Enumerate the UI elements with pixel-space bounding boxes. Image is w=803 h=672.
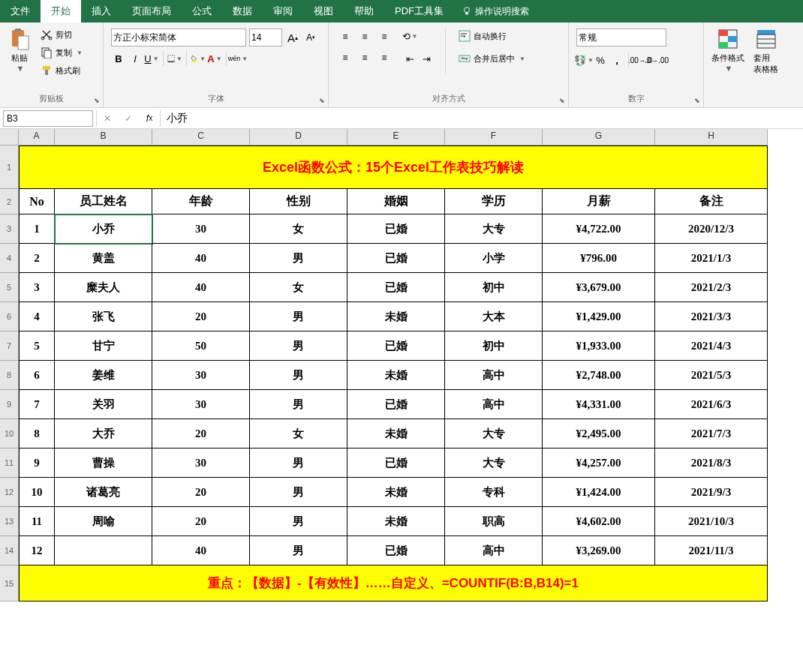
data-cell[interactable]: 专科 [445,478,543,507]
font-name-select[interactable] [111,28,246,46]
wrap-text-button[interactable]: 自动换行 [457,28,527,44]
tab-file[interactable]: 文件 [0,0,41,22]
data-cell[interactable]: 已婚 [347,448,445,478]
border-button[interactable]: ▼ [167,51,182,66]
data-cell[interactable]: 2021/8/3 [655,448,768,478]
data-cell[interactable]: ¥4,331.00 [543,390,655,419]
data-cell[interactable]: 男 [250,302,347,332]
number-dialog-launcher[interactable]: ⬊ [694,97,700,104]
data-cell[interactable]: 20 [152,478,250,507]
data-cell[interactable]: 曹操 [55,448,152,478]
tab-home[interactable]: 开始 [41,0,81,22]
col-header[interactable]: F [445,129,543,146]
underline-button[interactable]: U▼ [144,51,159,66]
data-cell[interactable]: 大专 [445,214,543,244]
data-cell[interactable]: 黄盖 [55,244,152,273]
data-cell[interactable]: 高中 [445,536,543,566]
data-cell[interactable]: 6 [19,361,55,390]
row-header[interactable]: 7 [0,332,19,361]
data-cell[interactable]: 大乔 [55,419,152,448]
data-cell[interactable]: 未婚 [347,361,445,390]
data-cell[interactable]: 4 [19,302,55,332]
data-cell[interactable]: 未婚 [347,302,445,332]
row-header[interactable]: 14 [0,536,19,566]
tell-me-search[interactable]: 操作说明搜索 [454,0,537,22]
data-cell[interactable]: 7 [19,390,55,419]
col-header[interactable]: D [250,129,347,146]
col-header[interactable]: E [347,129,445,146]
table-header-cell[interactable]: 性别 [250,189,347,214]
data-cell[interactable]: 8 [19,419,55,448]
data-cell[interactable]: 20 [152,419,250,448]
data-cell[interactable]: 20 [152,507,250,536]
data-cell[interactable]: 2021/5/3 [655,361,768,390]
data-cell[interactable]: 已婚 [347,273,445,302]
data-cell[interactable]: ¥1,933.00 [543,332,655,361]
bold-button[interactable]: B [111,51,126,66]
data-cell[interactable]: 甘宁 [55,332,152,361]
data-cell[interactable]: 2021/9/3 [655,478,768,507]
table-header-cell[interactable]: No [19,189,55,214]
row-header[interactable]: 10 [0,419,19,448]
increase-font-button[interactable]: A▴ [285,30,300,45]
tab-review[interactable]: 审阅 [263,0,303,22]
clipboard-dialog-launcher[interactable]: ⬊ [94,97,100,104]
col-header[interactable]: B [55,129,152,146]
font-dialog-launcher[interactable]: ⬊ [319,97,325,104]
data-cell[interactable]: 关羽 [55,390,152,419]
data-cell[interactable]: ¥3,679.00 [543,273,655,302]
copy-button[interactable]: 复制▼ [39,45,84,60]
col-header[interactable]: H [655,129,768,146]
formula-input[interactable] [161,111,803,126]
data-cell[interactable]: 40 [152,273,250,302]
tab-data[interactable]: 数据 [222,0,263,22]
fill-color-button[interactable]: ▼ [191,51,206,66]
table-header-cell[interactable]: 婚姻 [347,189,445,214]
tab-layout[interactable]: 页面布局 [122,0,182,22]
data-cell[interactable]: ¥4,602.00 [543,507,655,536]
table-header-cell[interactable]: 学历 [445,189,543,214]
align-top-button[interactable]: ≡ [336,28,354,45]
data-cell[interactable]: 高中 [445,390,543,419]
align-left-button[interactable]: ≡ [336,50,354,66]
data-cell[interactable]: 未婚 [347,419,445,448]
data-cell[interactable]: 3 [19,273,55,302]
align-dialog-launcher[interactable]: ⬊ [559,97,565,104]
data-cell[interactable]: 5 [19,332,55,361]
table-header-cell[interactable]: 年龄 [152,189,250,214]
data-cell[interactable]: 大专 [445,419,543,448]
increase-indent-button[interactable]: ⇥ [419,51,434,66]
data-cell[interactable]: 大专 [445,448,543,478]
comma-button[interactable]: , [609,52,624,68]
data-cell[interactable]: 未婚 [347,478,445,507]
decrease-font-button[interactable]: A▾ [303,30,318,45]
data-cell[interactable]: 10 [19,478,55,507]
data-cell[interactable]: 未婚 [347,507,445,536]
data-cell[interactable]: 2021/7/3 [655,419,768,448]
row-header[interactable]: 11 [0,448,19,478]
data-cell[interactable]: 50 [152,332,250,361]
data-cell[interactable]: 男 [250,536,347,566]
data-cell[interactable]: 2021/11/3 [655,536,768,566]
data-cell[interactable]: ¥2,748.00 [543,361,655,390]
align-middle-button[interactable]: ≡ [356,28,374,45]
font-size-select[interactable] [249,28,282,46]
data-cell[interactable]: 大本 [445,302,543,332]
data-cell[interactable]: 张飞 [55,302,152,332]
data-cell[interactable]: 1 [19,214,55,244]
data-cell[interactable]: 2 [19,244,55,273]
data-cell[interactable]: 诸葛亮 [55,478,152,507]
data-cell[interactable]: 男 [250,507,347,536]
decrease-indent-button[interactable]: ⇤ [402,51,417,66]
row-header[interactable]: 9 [0,390,19,419]
tab-pdf[interactable]: PDF工具集 [384,0,454,22]
data-cell[interactable]: 高中 [445,361,543,390]
note-cell[interactable]: 重点：【数据】-【有效性】……自定义、=COUNTIF(B:B,B14)=1 [19,566,768,602]
row-header[interactable]: 15 [0,566,19,602]
data-cell[interactable]: 男 [250,244,347,273]
align-right-button[interactable]: ≡ [375,50,393,66]
data-cell[interactable]: ¥796.00 [543,244,655,273]
data-cell[interactable]: 已婚 [347,390,445,419]
decrease-decimal-button[interactable]: .0→.00 [649,52,664,68]
data-cell[interactable]: 40 [152,536,250,566]
